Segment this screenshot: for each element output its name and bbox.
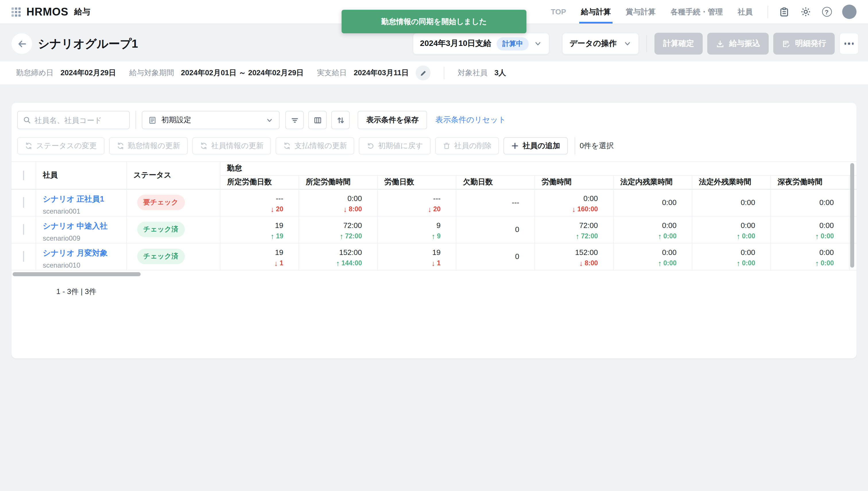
title-row: シナリオグループ1 2024年3月10日支給 計算中 データの操作 計算確定	[11, 32, 859, 55]
cell-value: 152:00	[535, 248, 598, 256]
gear-icon[interactable]	[800, 6, 811, 18]
delta: ↓1	[220, 259, 283, 267]
filter-button[interactable]	[285, 111, 304, 129]
toast-message: 勤怠情報の同期を開始しました	[381, 17, 487, 27]
nav-payroll[interactable]: 給与計算	[581, 0, 611, 24]
nav-top[interactable]: TOP	[551, 0, 566, 24]
cell-value: 0:00	[692, 198, 755, 207]
reset-view-link[interactable]: 表示条件のリセット	[436, 115, 506, 125]
help-icon[interactable]: ?	[821, 6, 832, 18]
more-actions-button[interactable]	[839, 33, 859, 55]
cell-value: 0:00	[613, 248, 677, 256]
search-icon	[23, 116, 31, 124]
sort-button[interactable]	[331, 111, 350, 129]
horizontal-scrollbar	[11, 270, 857, 278]
back-button[interactable]	[11, 33, 32, 54]
payment-date-value: 2024年03月11日	[354, 68, 409, 78]
target-employees-item: 対象社員 3人	[457, 68, 506, 78]
update-employee-info-button[interactable]: 社員情報の更新	[192, 137, 271, 154]
calc-status-badge: 計算中	[497, 37, 529, 50]
nav-procedures[interactable]: 各種手続・管理	[670, 0, 723, 24]
delta: ↑19	[220, 232, 283, 240]
nav-employees[interactable]: 社員	[738, 0, 753, 24]
trash-icon	[443, 142, 451, 150]
edit-payment-date-button[interactable]	[416, 65, 430, 80]
delta: ↑0:00	[692, 259, 755, 267]
divider	[647, 35, 647, 52]
pay-date-selector[interactable]: 2024年3月10日支給 計算中	[413, 33, 549, 55]
target-period-label: 給与対象期間	[129, 68, 174, 78]
chevron-down-icon	[266, 116, 273, 124]
view-preset-dropdown[interactable]: 初期設定	[142, 111, 279, 129]
target-period-value: 2024年02月01日 ～ 2024年02月29日	[181, 68, 304, 78]
pencil-icon	[419, 69, 427, 77]
data-operations-dropdown[interactable]: データの操作	[562, 33, 639, 55]
data-operations-label: データの操作	[569, 38, 617, 49]
payment-date-label: 実支給日	[317, 68, 347, 78]
columns-icon	[313, 116, 322, 124]
add-employee-button[interactable]: 社員の追加	[504, 137, 568, 154]
avatar[interactable]	[842, 5, 857, 19]
chevron-down-icon	[534, 40, 542, 48]
col-scheduled-work-hours: 所定労働時間	[299, 175, 377, 189]
status-badge: チェック済	[137, 249, 185, 264]
statement-icon	[782, 39, 790, 48]
delta: ↑0:00	[771, 259, 834, 267]
employee-link[interactable]: シナリオ 中途入社	[43, 221, 108, 231]
cell-value: ---	[456, 198, 519, 207]
row-checkbox[interactable]	[23, 197, 24, 208]
clipboard-icon[interactable]	[778, 6, 790, 18]
employee-link[interactable]: シナリオ 正社員1	[43, 194, 104, 204]
issue-statement-button[interactable]: 明細発行	[773, 33, 835, 55]
arrow-up-icon: ↑	[339, 232, 343, 240]
nav-bonus[interactable]: 賞与計算	[626, 0, 656, 24]
reset-to-default-label: 初期値に戻す	[378, 141, 423, 151]
search-input[interactable]	[34, 116, 124, 124]
cell-value: ---	[378, 194, 441, 202]
arrow-down-icon: ↓	[431, 259, 435, 267]
row-checkbox[interactable]	[23, 224, 24, 235]
columns-button[interactable]	[308, 111, 327, 129]
sync-icon	[116, 142, 124, 150]
chevron-down-icon	[624, 40, 631, 48]
salary-transfer-button[interactable]: 給与振込	[707, 33, 769, 55]
sync-icon	[283, 142, 291, 150]
confirm-calculation-button[interactable]: 計算確定	[654, 33, 703, 55]
arrow-up-icon: ↑	[815, 259, 819, 267]
cell-value: 19	[220, 221, 283, 229]
cell-value: 19	[220, 248, 283, 256]
save-view-button[interactable]: 表示条件を保存	[358, 111, 427, 129]
update-attendance-button[interactable]: 勤怠情報の更新	[109, 137, 188, 154]
target-employees-value: 3人	[494, 68, 506, 78]
delta: ↓20	[378, 205, 441, 213]
row-checkbox[interactable]	[23, 251, 24, 262]
toast-notification: 勤怠情報の同期を開始しました	[341, 10, 527, 33]
sort-icon	[336, 116, 345, 124]
vertical-scrollbar-thumb[interactable]	[850, 163, 854, 268]
delta: ↓8:00	[535, 259, 598, 267]
update-payment-info-button[interactable]: 支払情報の更新	[275, 137, 355, 154]
arrow-up-icon: ↑	[658, 232, 662, 240]
cell-value: 9	[378, 221, 441, 229]
cell-value: 0:00	[771, 248, 834, 256]
employee-link[interactable]: シナリオ 月変対象	[43, 248, 108, 258]
app-grid-icon[interactable]	[11, 7, 21, 17]
divider	[768, 5, 768, 18]
filter-toolbar: 初期設定	[11, 103, 857, 136]
reset-to-default-button[interactable]: 初期値に戻す	[359, 137, 430, 154]
cell-value: ---	[220, 194, 283, 202]
closing-date-label: 勤怠締め日	[16, 68, 54, 78]
cell-value: 0	[456, 252, 519, 261]
col-work-days: 労働日数	[377, 175, 456, 189]
pay-date-label: 2024年3月10日支給	[420, 38, 491, 49]
select-all-checkbox[interactable]	[23, 171, 24, 180]
plus-icon	[511, 142, 519, 150]
cell-value: 0:00	[692, 248, 755, 256]
hrmos-logo: HRMOS	[26, 5, 68, 18]
col-employee: 社員	[36, 162, 126, 189]
delete-employee-button[interactable]: 社員の削除	[435, 137, 499, 154]
horizontal-scrollbar-thumb[interactable]	[12, 272, 141, 276]
product-name: 給与	[74, 7, 90, 17]
table-row: シナリオ 月変対象 scenario010 チェック済 19 ↓1 152:00…	[11, 243, 857, 270]
change-status-button[interactable]: ステータスの変更	[17, 137, 104, 154]
